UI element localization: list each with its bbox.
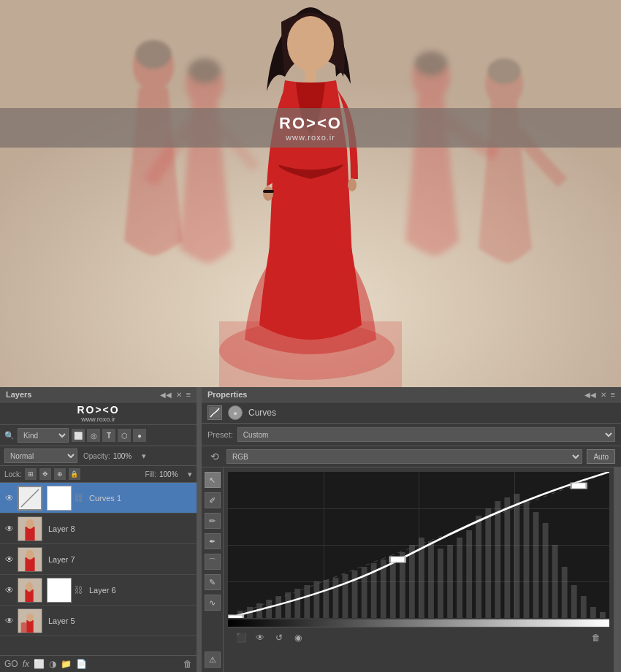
eye-layer6[interactable]: 👁 xyxy=(4,585,15,595)
lock-checkerboard-btn[interactable]: ⊞ xyxy=(25,468,37,480)
layer8-thumb xyxy=(18,516,42,541)
curves1-mask xyxy=(47,486,72,511)
eyedropper-white-tool[interactable]: ✒ xyxy=(205,533,221,549)
eye-btn[interactable]: 👁 xyxy=(253,630,267,645)
new-layer-btn[interactable]: 📄 xyxy=(76,659,87,669)
curves-main-area: ↖ ✐ ✏ ✒ ⌒ ✎ ∿ ⚠ xyxy=(202,467,621,672)
blend-mode-select[interactable]: Normal xyxy=(4,448,77,463)
eye-curves1[interactable]: 👁 xyxy=(4,493,15,503)
properties-scrollbar[interactable] xyxy=(614,467,621,672)
curves-graph[interactable] xyxy=(228,472,609,618)
shape-filter-btn[interactable]: ⬡ xyxy=(118,429,131,442)
layer7-thumb xyxy=(18,547,42,572)
smooth-curve-tool[interactable]: ∿ xyxy=(205,595,221,611)
svg-point-25 xyxy=(26,581,32,591)
svg-rect-71 xyxy=(390,557,405,562)
layer-name-5: Layer 5 xyxy=(48,616,75,625)
collapse-icon[interactable]: ◀◀ xyxy=(160,391,172,399)
curve-line-svg xyxy=(228,472,609,618)
svg-point-14 xyxy=(348,178,357,191)
props-menu-icon[interactable]: ≡ xyxy=(611,390,615,399)
close-props-icon[interactable]: ✕ xyxy=(601,391,606,399)
warning-tool[interactable]: ⚠ xyxy=(205,652,221,668)
opacity-arrow[interactable]: ▾ xyxy=(142,451,146,461)
preset-row: Preset: Custom xyxy=(202,424,621,446)
svg-point-13 xyxy=(263,186,273,201)
adjustment-filter-btn[interactable]: ◎ xyxy=(87,429,100,442)
type-filter-btn[interactable]: T xyxy=(102,429,115,442)
lock-move-btn[interactable]: ✥ xyxy=(39,468,51,480)
lock-row: Lock: ⊞ ✥ ⊕ 🔒 Fill: 100% ▾ xyxy=(0,466,197,483)
pixel-filter-btn[interactable]: ⬜ xyxy=(72,429,85,442)
panel-watermark-logo: RO><O xyxy=(77,404,119,416)
collapse-props-icon[interactable]: ◀◀ xyxy=(584,391,596,399)
layers-panel: Layers ◀◀ ✕ ≡ RO><O www.roxo.ir 🔍 Kind ⬜… xyxy=(0,387,197,672)
eyedropper-black-tool[interactable]: ✐ xyxy=(205,492,221,508)
lock-transform-btn[interactable]: ⊕ xyxy=(54,468,66,480)
new-group-btn[interactable]: 📁 xyxy=(61,659,72,669)
properties-panel-header: Properties ◀◀ ✕ ≡ xyxy=(202,387,621,402)
svg-point-4 xyxy=(188,58,221,85)
eye-layer8[interactable]: 👁 xyxy=(4,524,15,534)
reset-btn[interactable]: ↺ xyxy=(272,630,286,645)
kind-select[interactable]: Kind xyxy=(18,428,69,443)
layers-bottom-bar: GO fx ⬜ ◑ 📁 📄 🗑 xyxy=(0,655,197,672)
props-header-icons: ◀◀ ✕ ≡ xyxy=(584,390,615,399)
svg-rect-15 xyxy=(263,190,274,193)
canvas-svg xyxy=(0,0,621,387)
layer6-mask xyxy=(47,578,72,603)
add-adjustment-btn[interactable]: ◑ xyxy=(49,659,56,669)
eyedropper-gray-tool[interactable]: ✏ xyxy=(205,513,221,529)
select-points-tool[interactable]: ↖ xyxy=(205,472,221,488)
visibility-btn[interactable]: ◉ xyxy=(291,630,305,645)
layer-item-curves1[interactable]: 👁 ⛓ Curves 1 xyxy=(0,483,197,513)
layers-panel-title: Layers xyxy=(6,390,31,399)
auto-button[interactable]: Auto xyxy=(587,449,615,464)
svg-point-28 xyxy=(26,613,33,621)
svg-point-8 xyxy=(487,58,521,85)
fill-label: Fill: xyxy=(145,470,156,478)
fill-arrow[interactable]: ▾ xyxy=(188,470,192,479)
preset-select[interactable]: Custom xyxy=(237,427,615,442)
lock-all-btn[interactable]: 🔒 xyxy=(69,468,80,480)
input-gradient-bar xyxy=(228,619,609,627)
curves1-thumb xyxy=(18,486,42,511)
blend-mode-row: Normal Opacity: 100% ▾ xyxy=(0,446,197,466)
curves-bottom-icons: ⬛ 👁 ↺ ◉ 🗑 xyxy=(228,627,609,648)
curves-circle-icon: ● xyxy=(228,405,243,420)
svg-rect-12 xyxy=(305,68,316,83)
layer-item-6[interactable]: 👁 ⛓ Layer 6 xyxy=(0,575,197,606)
delete-adj-btn[interactable]: 🗑 xyxy=(589,630,603,645)
layers-panel-header: Layers ◀◀ ✕ ≡ xyxy=(0,387,197,402)
fx-btn[interactable]: fx xyxy=(23,659,29,669)
layer-name-7: Layer 7 xyxy=(48,555,75,564)
add-mask-btn[interactable]: ⬜ xyxy=(34,659,45,669)
properties-panel: Properties ◀◀ ✕ ≡ ● Curves Preset: Custo… xyxy=(202,387,621,672)
go-to-btn[interactable]: GO xyxy=(4,659,18,669)
eye-layer7[interactable]: 👁 xyxy=(4,554,15,565)
opacity-label: Opacity: xyxy=(83,452,110,460)
edit-points-tool[interactable]: ⌒ xyxy=(205,554,221,570)
layer-name-curves1: Curves 1 xyxy=(89,494,121,503)
eye-layer5[interactable]: 👁 xyxy=(4,616,15,626)
layer6-thumb xyxy=(18,578,42,603)
curves-tools-strip: ↖ ✐ ✏ ✒ ⌒ ✎ ∿ ⚠ xyxy=(202,467,224,672)
panel-watermark-url: www.roxo.ir xyxy=(81,416,115,423)
layer-item-8[interactable]: 👁 Layer 8 xyxy=(0,513,197,544)
bottom-panels: Layers ◀◀ ✕ ≡ RO><O www.roxo.ir 🔍 Kind ⬜… xyxy=(0,387,621,672)
layer-item-7[interactable]: 👁 Layer 7 xyxy=(0,544,197,575)
layer-item-5[interactable]: 👁 Layer 5 xyxy=(0,606,197,636)
curves-graph-area: ⬛ 👁 ↺ ◉ 🗑 xyxy=(224,467,614,672)
smart-filter-btn[interactable]: ● xyxy=(133,429,146,442)
channel-select[interactable]: RGB xyxy=(226,449,582,464)
curves-header: ● Curves xyxy=(202,402,621,424)
svg-rect-27 xyxy=(26,620,33,633)
layers-menu-icon[interactable]: ≡ xyxy=(186,390,191,399)
delete-layer-btn[interactable]: 🗑 xyxy=(183,659,192,669)
close-layers-icon[interactable]: ✕ xyxy=(176,391,182,399)
draw-curve-tool[interactable]: ✎ xyxy=(205,574,221,590)
chain-layer6: ⛓ xyxy=(75,585,83,595)
clip-shadows-btn[interactable]: ⬛ xyxy=(234,630,248,645)
svg-point-22 xyxy=(26,549,34,559)
curves-adj-icon xyxy=(207,405,222,420)
